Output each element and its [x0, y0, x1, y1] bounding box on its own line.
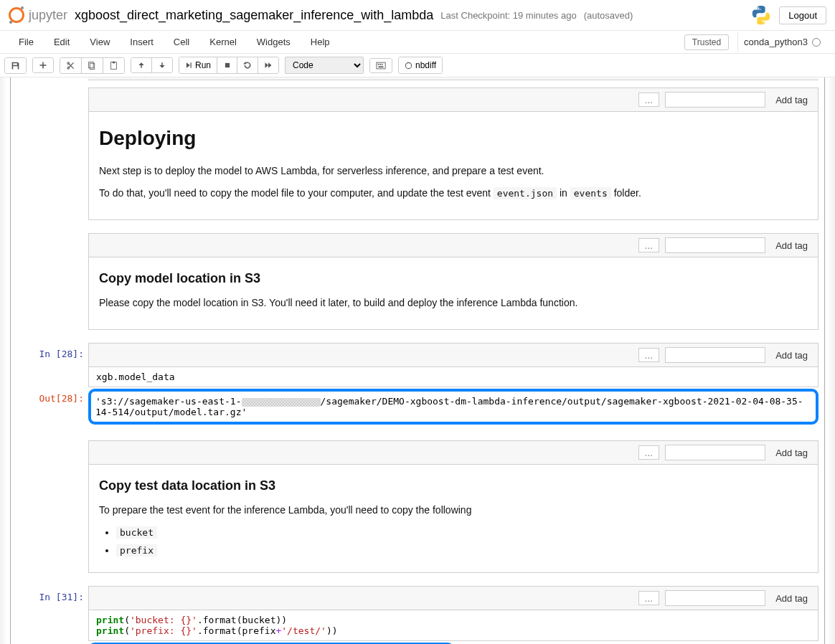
code-output-row: bucket: sagemaker-us-east-1- prefix: sag…	[11, 641, 824, 644]
notebook-header: jupyter xgboost_direct_marketing_sagemak…	[0, 0, 835, 31]
copy-button[interactable]	[82, 58, 103, 73]
jupyter-orb-icon	[9, 7, 24, 23]
svg-rect-13	[379, 66, 384, 67]
add-tag-button[interactable]: Add tag	[771, 93, 812, 107]
svg-rect-11	[379, 63, 381, 65]
restart-button[interactable]	[237, 57, 258, 73]
in-prompt: In [28]:	[11, 343, 88, 387]
tag-input[interactable]	[665, 92, 765, 108]
highlighted-output: 's3://sagemaker-us-east-1-/sagemaker/DEM…	[88, 389, 819, 425]
menu-cell[interactable]: Cell	[164, 31, 199, 53]
jupyter-logo[interactable]: jupyter	[9, 7, 67, 23]
cell-options-button[interactable]: ...	[638, 591, 660, 605]
circle-icon	[405, 62, 412, 70]
tag-input[interactable]	[665, 347, 765, 363]
cell-options-button[interactable]: ...	[638, 238, 660, 252]
cell-options-button[interactable]: ...	[638, 93, 660, 107]
menubar: File Edit View Insert Cell Kernel Widget…	[0, 31, 835, 54]
code-cell[interactable]: In [28]: ... Add tag xgb.model_data	[11, 343, 824, 387]
menu-edit[interactable]: Edit	[44, 31, 80, 53]
cell-tag-bar: ... Add tag	[88, 87, 819, 112]
paragraph: Please copy the model location in S3. Yo…	[99, 295, 808, 311]
move-down-button[interactable]	[152, 58, 172, 72]
interrupt-button[interactable]	[217, 57, 237, 73]
prev-cell-sliver	[88, 77, 819, 80]
svg-rect-6	[141, 65, 142, 68]
menu-insert[interactable]: Insert	[120, 31, 164, 53]
autosave-status: (autosaved)	[584, 10, 633, 21]
code-input[interactable]: print('bucket: {}'.format(bucket)) print…	[88, 610, 819, 641]
arrow-down-icon	[158, 61, 166, 70]
cell-type-select[interactable]: Code	[285, 57, 364, 74]
stop-icon	[224, 62, 231, 69]
svg-point-14	[405, 62, 411, 68]
heading-deploying: Deploying	[99, 123, 808, 153]
bullet-list: bucket prefix	[116, 525, 808, 558]
tag-input[interactable]	[665, 590, 765, 606]
menu-widgets[interactable]: Widgets	[247, 31, 301, 53]
add-tag-button[interactable]: Add tag	[771, 446, 812, 460]
save-icon	[11, 61, 20, 70]
run-label: Run	[195, 60, 211, 70]
menu-kernel[interactable]: Kernel	[199, 31, 247, 53]
markdown-cell[interactable]: ... Add tag Copy test data location in S…	[11, 440, 824, 573]
save-button[interactable]	[5, 58, 26, 73]
logout-button[interactable]: Logout	[779, 6, 826, 24]
jupyter-text: jupyter	[29, 8, 67, 23]
notebook-name[interactable]: xgboost_direct_marketing_sagemaker_infer…	[75, 8, 433, 23]
cell-tag-bar: ... Add tag	[88, 233, 819, 257]
cell-options-button[interactable]: ...	[638, 348, 660, 362]
tag-input[interactable]	[665, 237, 765, 253]
restart-icon	[243, 61, 252, 70]
run-button[interactable]: Run	[179, 57, 217, 73]
markdown-rendered: Copy test data location in S3 To prepare…	[88, 465, 819, 573]
menu-help[interactable]: Help	[301, 31, 340, 53]
move-up-button[interactable]	[131, 58, 152, 72]
svg-rect-9	[377, 62, 385, 69]
svg-rect-5	[113, 61, 115, 62]
tag-input[interactable]	[665, 445, 765, 460]
clipboard-icon	[109, 61, 118, 70]
redacted-account-id	[242, 398, 321, 407]
nbdiff-button[interactable]: nbdiff	[399, 57, 442, 73]
svg-rect-10	[378, 63, 379, 65]
markdown-cell[interactable]: ... Add tag Copy model location in S3 Pl…	[11, 233, 824, 330]
inline-code: event.json	[494, 187, 557, 199]
markdown-cell[interactable]: ... Add tag Deploying Next step is to de…	[11, 87, 824, 220]
code-input[interactable]: xgb.model_data	[88, 367, 819, 387]
add-cell-button[interactable]	[33, 58, 53, 72]
list-item: bucket	[116, 525, 808, 540]
command-palette-button[interactable]	[370, 59, 392, 72]
cut-button[interactable]	[60, 58, 82, 73]
list-item: prefix	[116, 543, 808, 558]
arrow-up-icon	[137, 61, 146, 70]
notebook-container: ... Add tag Deploying Next step is to de…	[0, 77, 835, 644]
cell-tag-bar: ... Add tag	[88, 440, 819, 465]
svg-rect-8	[225, 63, 229, 67]
trusted-badge[interactable]: Trusted	[684, 34, 729, 50]
restart-run-all-button[interactable]	[258, 57, 278, 73]
heading-copy-model: Copy model location in S3	[99, 269, 808, 288]
cell-options-button[interactable]: ...	[638, 445, 660, 460]
add-tag-button[interactable]: Add tag	[771, 349, 812, 362]
add-tag-button[interactable]: Add tag	[771, 592, 812, 605]
nbdiff-label: nbdiff	[415, 60, 436, 70]
kernel-indicator[interactable]: conda_python3	[737, 32, 826, 52]
inline-code: prefix	[116, 544, 157, 557]
add-tag-button[interactable]: Add tag	[771, 239, 812, 252]
keyboard-icon	[376, 62, 386, 70]
paste-button[interactable]	[103, 58, 124, 73]
code-cell[interactable]: In [31]: ... Add tag print('bucket: {}'.…	[11, 586, 824, 641]
plus-icon	[39, 61, 47, 70]
paragraph: To prepare the test event for the infere…	[99, 503, 808, 518]
cell-tag-bar: ... Add tag	[88, 343, 819, 367]
menu-file[interactable]: File	[9, 31, 44, 53]
code-output-row: Out[28]: 's3://sagemaker-us-east-1-/sage…	[11, 387, 824, 427]
inline-code: bucket	[116, 526, 157, 539]
in-prompt: In [31]:	[11, 586, 88, 641]
menu-view[interactable]: View	[80, 31, 120, 53]
play-step-icon	[185, 62, 192, 69]
fast-forward-icon	[264, 61, 273, 70]
paragraph: Next step is to deploy the model to AWS …	[99, 164, 808, 179]
out-prompt: Out[28]:	[11, 387, 88, 427]
